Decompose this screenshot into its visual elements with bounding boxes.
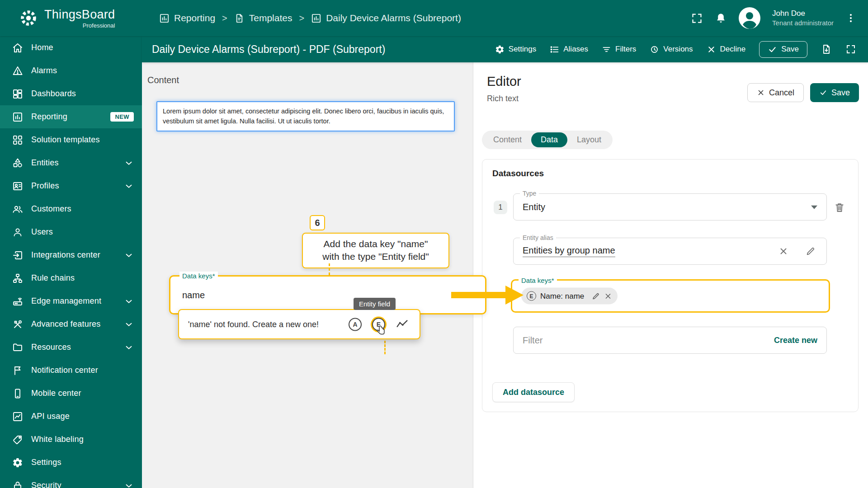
sidebar-item-dashboards[interactable]: Dashboards xyxy=(0,82,142,105)
delete-datasource-icon[interactable] xyxy=(834,202,845,213)
datasource-type-select[interactable]: Type Entity xyxy=(513,193,827,221)
save-button[interactable]: Save xyxy=(810,83,859,102)
rich-text-widget[interactable]: Lorem ipsum dolor sit amet, consectetur … xyxy=(156,101,455,131)
entity-field-type-icon: E xyxy=(527,291,536,301)
datakeys-input-value: name xyxy=(182,290,205,300)
user-role: Tenant administrator xyxy=(772,19,834,28)
brand-logo: ThingsBoard Professional xyxy=(0,8,142,29)
breadcrumb-current-page[interactable]: Daily Device Alarms (Subreport) xyxy=(311,13,461,23)
remove-datakey-icon[interactable] xyxy=(604,292,612,300)
edit-datakey-pencil-icon[interactable] xyxy=(592,292,600,300)
chevron-down-icon xyxy=(811,206,817,209)
tutorial-connector-line xyxy=(329,263,330,275)
sidebar-item-resources[interactable]: Resources xyxy=(0,336,142,359)
sidebar-item-profiles[interactable]: Profiles xyxy=(0,174,142,197)
generate-report-icon[interactable] xyxy=(821,44,832,55)
sidebar-item-integrations-center[interactable]: Integrations center xyxy=(0,244,142,267)
user-avatar[interactable] xyxy=(739,7,760,29)
reporting-icon xyxy=(159,13,170,23)
sidebar-item-advanced-features[interactable]: Advanced features xyxy=(0,313,142,336)
toolbar-aliases-button[interactable]: Aliases xyxy=(550,45,588,54)
check-icon xyxy=(768,45,777,54)
api-usage-icon xyxy=(12,411,23,422)
sidebar-item-notification-center[interactable]: Notification center xyxy=(0,359,142,382)
filter-field[interactable]: Filter Create new xyxy=(513,327,827,354)
toolbar-save-button[interactable]: Save xyxy=(759,41,807,58)
integrations-icon xyxy=(12,250,23,261)
clear-alias-icon[interactable] xyxy=(778,246,788,256)
entities-icon xyxy=(12,158,23,169)
fullscreen-icon[interactable] xyxy=(691,12,703,24)
profiles-icon xyxy=(12,181,23,192)
cancel-button[interactable]: Cancel xyxy=(747,83,804,102)
notifications-bell-icon[interactable] xyxy=(715,12,727,24)
customers-icon xyxy=(12,204,23,215)
entity-alias-field[interactable]: Entity alias Entities by group name xyxy=(513,238,827,265)
advanced-features-icon xyxy=(12,319,23,330)
breadcrumb-reporting[interactable]: Reporting xyxy=(159,13,215,23)
chevron-down-icon xyxy=(124,250,134,260)
tutorial-arrow xyxy=(451,285,524,305)
sidebar-item-entities[interactable]: Entities xyxy=(0,151,142,174)
chevron-down-icon xyxy=(124,319,134,329)
sidebar-item-reporting[interactable]: Reporting NEW xyxy=(0,105,142,128)
sidebar-item-users[interactable]: Users xyxy=(0,221,142,244)
datasources-card: Datasources 1 Type Entity Entity alias E… xyxy=(482,159,859,412)
close-icon xyxy=(757,89,765,97)
expand-fullscreen-icon[interactable] xyxy=(845,44,856,55)
home-icon xyxy=(12,42,23,53)
edge-icon xyxy=(12,296,23,307)
datakey-chip[interactable]: E Name: name xyxy=(521,288,618,305)
toolbar-versions-button[interactable]: Versions xyxy=(650,45,693,54)
filter-icon xyxy=(602,45,611,54)
tutorial-step-number: 6 xyxy=(310,215,325,230)
breadcrumb-templates[interactable]: Templates xyxy=(234,13,292,23)
thingsboard-app: ThingsBoard Professional Reporting > Tem… xyxy=(0,0,868,488)
edit-alias-pencil-icon[interactable] xyxy=(806,246,816,256)
alarms-icon xyxy=(12,66,23,76)
add-datasource-button[interactable]: Add datasource xyxy=(492,382,575,402)
thingsboard-logo-icon xyxy=(18,8,39,28)
sidebar-item-rule-chains[interactable]: Rule chains xyxy=(0,267,142,290)
kebab-menu-icon[interactable] xyxy=(845,12,856,24)
toolbar-decline-button[interactable]: Decline xyxy=(707,45,746,54)
tab-layout[interactable]: Layout xyxy=(567,132,611,147)
sidebar-item-home[interactable]: Home xyxy=(0,36,142,59)
toolbar-filters-button[interactable]: Filters xyxy=(602,45,636,54)
tab-content[interactable]: Content xyxy=(484,132,531,147)
entity-field-tooltip: Entity field xyxy=(354,298,396,310)
tab-data[interactable]: Data xyxy=(531,132,567,147)
top-header: ThingsBoard Professional Reporting > Tem… xyxy=(0,0,868,36)
tutorial-datakeys-input[interactable]: Data keys* name xyxy=(169,275,486,314)
sidebar-item-alarms[interactable]: Alarms xyxy=(0,59,142,82)
create-timeseries-key-button[interactable] xyxy=(396,318,409,331)
rule-chains-icon xyxy=(12,273,23,284)
sidebar-item-settings[interactable]: Settings xyxy=(0,451,142,474)
breadcrumb: Reporting > Templates > Daily Device Ala… xyxy=(159,13,461,23)
sidebar-item-customers[interactable]: Customers xyxy=(0,197,142,221)
new-badge: NEW xyxy=(110,112,134,122)
sidebar-item-white-labeling[interactable]: White labeling xyxy=(0,428,142,451)
chevron-down-icon xyxy=(124,181,134,191)
sidebar-item-solution-templates[interactable]: Solution templates xyxy=(0,128,142,151)
white-labeling-icon xyxy=(12,434,23,445)
sidebar-item-mobile-center[interactable]: Mobile center xyxy=(0,382,142,405)
settings-gear-icon xyxy=(12,457,23,468)
aliases-icon xyxy=(550,45,559,54)
toolbar-settings-button[interactable]: Settings xyxy=(495,45,536,54)
user-menu[interactable]: John Doe Tenant administrator xyxy=(772,9,834,28)
sidebar-nav: Home Alarms Dashboards Reporting NEW Sol… xyxy=(0,36,142,488)
entity-alias-value: Entities by group name xyxy=(523,245,615,257)
mobile-icon xyxy=(12,388,23,399)
sidebar-item-edge-management[interactable]: Edge management xyxy=(0,290,142,313)
rich-text-content: Lorem ipsum dolor sit amet, consectetur … xyxy=(163,108,444,125)
user-name: John Doe xyxy=(772,9,834,19)
datakeys-field[interactable]: Data keys* E Name: name xyxy=(511,279,830,313)
editor-tabs: Content Data Layout xyxy=(482,131,613,149)
sidebar-item-api-usage[interactable]: API usage xyxy=(0,405,142,428)
sidebar-item-security[interactable]: Security xyxy=(0,474,142,488)
create-attribute-key-button[interactable]: A xyxy=(349,318,362,331)
create-new-filter-link[interactable]: Create new xyxy=(774,336,817,345)
close-icon xyxy=(707,45,716,54)
brand-edition: Professional xyxy=(83,22,115,29)
